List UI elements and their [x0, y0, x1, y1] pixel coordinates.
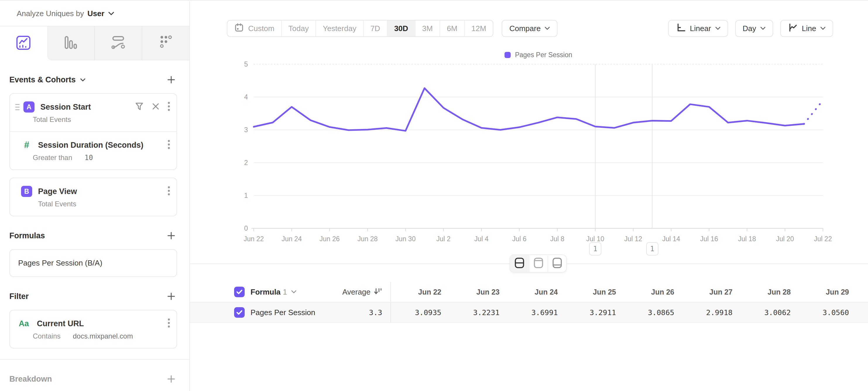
add-event-button[interactable] — [165, 74, 177, 86]
table-row[interactable]: Pages Per Session3.33.09353.22313.69913.… — [190, 303, 868, 323]
property-title[interactable]: Session Duration (Seconds) — [38, 141, 164, 150]
event-row[interactable]: B Page View — [10, 178, 177, 197]
filter-actions — [168, 318, 170, 329]
kebab-menu-icon[interactable] — [168, 102, 170, 113]
chevron-down-icon[interactable] — [291, 290, 297, 294]
column-header[interactable]: Jun 27 — [674, 288, 733, 296]
svg-text:Jul 8: Jul 8 — [550, 235, 564, 243]
svg-text:Jul 20: Jul 20 — [776, 235, 794, 243]
tab-flows[interactable] — [94, 26, 142, 60]
split-view-button[interactable] — [510, 255, 529, 272]
analyze-value-dropdown[interactable]: User — [88, 9, 104, 18]
kebab-menu-icon[interactable] — [168, 186, 170, 197]
event-aggregation[interactable]: Total Events — [10, 113, 177, 131]
sort-descending-icon — [373, 287, 382, 297]
bar-chart-tab-icon — [63, 34, 78, 52]
filter-funnel-icon[interactable] — [135, 102, 144, 112]
formulas-section-title: Formulas — [9, 231, 45, 240]
add-formula-button[interactable] — [165, 230, 177, 242]
svg-text:Jul 18: Jul 18 — [738, 235, 756, 243]
column-header[interactable]: Jun 22 — [391, 288, 441, 296]
average-header[interactable]: Average — [342, 287, 382, 297]
event-badge-a: A — [23, 102, 34, 113]
property-condition[interactable]: Greater than 10 — [10, 151, 177, 169]
event-row[interactable]: A Session Start — [10, 94, 177, 113]
svg-text:Jul 6: Jul 6 — [512, 235, 526, 243]
table-header-left: Formula 1 Average — [190, 282, 391, 302]
table-only-view-icon — [551, 256, 564, 271]
query-sidebar: Analyze Uniques by User — [0, 1, 190, 391]
events-section-title[interactable]: Events & Cohorts — [9, 75, 86, 84]
drag-handle-icon[interactable] — [15, 104, 21, 110]
column-header[interactable]: Jun 25 — [558, 288, 616, 296]
filter-value[interactable]: docs.mixpanel.com — [73, 332, 133, 340]
formula-card[interactable]: Pages Per Session (B/A) — [9, 249, 177, 277]
sidebar-divider — [0, 359, 189, 360]
formula-group-index: 1 — [283, 287, 287, 297]
filter-property[interactable]: Current URL — [37, 319, 164, 328]
event-actions — [135, 102, 170, 113]
filter-row[interactable]: Aa Current URL — [10, 310, 177, 329]
value-cell: 3.2231 — [441, 308, 500, 317]
events-section-header: Events & Cohorts — [9, 74, 177, 86]
close-icon[interactable] — [152, 103, 159, 111]
svg-text:Jun 28: Jun 28 — [357, 235, 377, 243]
annotation-chip[interactable]: 1 — [589, 242, 601, 256]
line-chart[interactable]: 012345Jun 22Jun 24Jun 26Jun 28Jun 30Jul … — [190, 1, 868, 259]
svg-text:Jun 30: Jun 30 — [395, 235, 415, 243]
tab-insights[interactable] — [0, 26, 47, 60]
view-toggle-group — [509, 254, 567, 273]
event-card-session-start: A Session Start T — [9, 93, 177, 170]
property-value[interactable]: 10 — [85, 153, 93, 162]
add-breakdown-button[interactable] — [165, 373, 177, 385]
table-only-view-button[interactable] — [548, 255, 566, 272]
value-cell: 2.9918 — [674, 308, 733, 317]
filter-condition[interactable]: Contains docs.mixpanel.com — [10, 329, 177, 348]
flow-tab-icon — [110, 34, 126, 52]
svg-text:3: 3 — [244, 126, 248, 134]
add-filter-button[interactable] — [165, 290, 177, 302]
value-cell: 3.0935 — [391, 308, 441, 317]
insights-report: Analyze Uniques by User — [0, 0, 868, 391]
formula-group-label[interactable]: Formula — [250, 287, 281, 297]
value-cell: 3.6991 — [500, 308, 558, 317]
svg-text:0: 0 — [244, 225, 248, 232]
svg-text:5: 5 — [244, 60, 248, 68]
table-body: Pages Per Session3.33.09353.22313.69913.… — [190, 303, 868, 323]
results-table: Formula 1 Average — [190, 282, 868, 323]
property-row[interactable]: # Session Duration (Seconds) — [10, 132, 177, 151]
chart-only-view-button[interactable] — [529, 255, 548, 272]
breakdown-section-header: Breakdown — [9, 373, 177, 385]
column-header[interactable]: Jun 24 — [500, 288, 558, 296]
column-header[interactable]: Jun 23 — [441, 288, 500, 296]
split-view-icon — [513, 256, 526, 271]
column-header[interactable]: Jun 28 — [733, 288, 791, 296]
tab-bar-chart[interactable] — [47, 26, 94, 60]
row-label: Pages Per Session — [250, 308, 315, 317]
event-actions — [168, 186, 170, 197]
event-aggregation[interactable]: Total Events — [10, 197, 177, 216]
svg-text:Jul 14: Jul 14 — [662, 235, 680, 243]
chevron-down-icon[interactable] — [108, 11, 115, 16]
event-title[interactable]: Session Start — [40, 103, 131, 112]
numeric-property-icon: # — [21, 140, 32, 150]
string-property-icon: Aa — [19, 319, 32, 328]
select-all-checkbox[interactable] — [234, 287, 245, 297]
column-header[interactable]: Jun 26 — [616, 288, 674, 296]
chart-only-view-icon — [532, 256, 545, 271]
breakdown-section-title: Breakdown — [9, 374, 52, 384]
row-checkbox[interactable] — [234, 307, 245, 318]
value-cell: 3.0560 — [791, 308, 849, 317]
svg-text:4: 4 — [244, 93, 248, 101]
event-title[interactable]: Page View — [38, 187, 164, 196]
svg-text:Jul 22: Jul 22 — [814, 235, 832, 243]
svg-text:1: 1 — [244, 192, 248, 199]
tab-retention[interactable] — [142, 26, 189, 60]
annotation-chip[interactable]: 1 — [646, 242, 658, 256]
report-main: CustomTodayYesterday7D30D3M6M12M Compare… — [190, 1, 868, 391]
kebab-menu-icon[interactable] — [168, 318, 170, 329]
line-chart-tab-icon — [16, 35, 31, 52]
column-header[interactable]: Jun 29 — [791, 288, 849, 296]
kebab-menu-icon[interactable] — [168, 140, 170, 151]
svg-text:Jul 2: Jul 2 — [436, 235, 451, 243]
